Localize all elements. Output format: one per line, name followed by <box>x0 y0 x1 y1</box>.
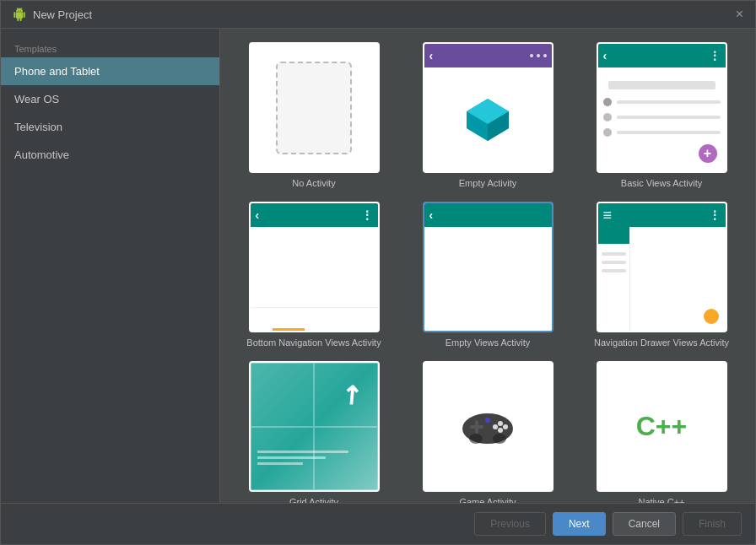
phone-toolbar-empty-activity: ‹ <box>424 44 552 67</box>
template-label-empty-views: Empty Views Activity <box>446 337 531 348</box>
more-icon-basic: ⋮ <box>709 49 721 62</box>
next-button[interactable]: Next <box>553 512 606 536</box>
close-button[interactable]: × <box>736 8 743 21</box>
template-label-game: Game Activity <box>459 497 516 503</box>
phone-toolbar-empty-views: ‹ <box>424 203 552 227</box>
cancel-button[interactable]: Cancel <box>613 512 676 536</box>
template-empty-views[interactable]: ‹ Empty Views Activity <box>408 202 568 348</box>
template-thumb-nav-drawer: ≡ ⋮ <box>597 202 727 332</box>
svg-point-10 <box>503 424 508 429</box>
template-no-activity[interactable]: No Activity <box>234 42 394 188</box>
svg-point-6 <box>485 418 490 423</box>
new-project-dialog: New Project × Templates Phone and Tablet… <box>0 0 756 545</box>
template-label-no-activity: No Activity <box>292 178 335 188</box>
template-label-basic-views: Basic Views Activity <box>621 178 702 188</box>
more-icon-bottom-nav: ⋮ <box>361 208 373 222</box>
svg-point-11 <box>498 428 503 433</box>
grid-mock: ↗ <box>251 363 378 490</box>
list-item-2 <box>603 113 721 121</box>
basic-views-plus-button: + <box>699 144 717 163</box>
template-thumb-no-activity <box>249 42 380 173</box>
list-item-3 <box>603 128 721 137</box>
no-activity-dashed <box>276 62 352 154</box>
template-game[interactable]: Game Activity <box>408 361 568 503</box>
template-thumb-empty-activity: ‹ <box>423 42 554 173</box>
template-thumb-native-cpp: C++ <box>597 361 727 492</box>
empty-views-body <box>424 227 552 331</box>
game-controller-icon <box>458 403 517 450</box>
dialog-title: New Project <box>33 8 92 21</box>
templates-grid: No Activity ‹ <box>234 42 742 503</box>
phone-mock-empty-activity: ‹ <box>424 44 552 171</box>
template-label-nav-drawer: Navigation Drawer Views Activity <box>594 337 729 348</box>
list-item-1 <box>603 98 721 106</box>
list-items-mock <box>598 67 726 143</box>
svg-rect-8 <box>475 420 478 434</box>
template-thumb-grid: ↗ <box>249 361 380 492</box>
phone-toolbar-bottom-nav: ‹ ⋮ <box>251 203 378 227</box>
grid-lines <box>251 363 378 490</box>
android-icon <box>13 8 26 21</box>
sidebar-item-automotive[interactable]: Automotive <box>1 141 219 169</box>
previous-button[interactable]: Previous <box>474 512 546 536</box>
back-icon-empty-views: ‹ <box>429 208 434 222</box>
template-thumb-bottom-nav: ‹ ⋮ <box>249 202 380 332</box>
template-thumb-game <box>423 361 554 492</box>
main-content: Templates Phone and Tablet Wear OS Telev… <box>1 29 755 503</box>
template-label-empty-activity: Empty Activity <box>459 178 516 188</box>
sidebar-item-wear-os[interactable]: Wear OS <box>1 85 219 113</box>
phone-mock-empty-views: ‹ <box>424 203 552 331</box>
cpp-text: C++ <box>636 411 687 442</box>
nav-drawer-fab <box>704 309 719 324</box>
template-bottom-nav[interactable]: ‹ ⋮ Bottom Navigation Views Activity <box>234 202 394 348</box>
template-thumb-empty-views: ‹ <box>423 202 554 332</box>
sidebar: Templates Phone and Tablet Wear OS Telev… <box>1 29 220 503</box>
title-bar-left: New Project <box>13 8 92 21</box>
bottom-nav-bar <box>251 307 378 331</box>
phone-toolbar-basic: ‹ ⋮ <box>598 44 726 67</box>
templates-content: No Activity ‹ <box>220 29 755 503</box>
title-bar: New Project × <box>1 1 755 29</box>
bottom-nav-indicator <box>273 328 305 331</box>
template-label-bottom-nav: Bottom Navigation Views Activity <box>246 337 381 348</box>
toolbar-icons-empty <box>530 54 547 57</box>
more-icon-nav-drawer: ⋮ <box>709 208 721 222</box>
back-icon-basic: ‹ <box>603 49 608 62</box>
template-empty-activity[interactable]: ‹ <box>408 42 568 188</box>
footer: Previous Next Cancel Finish <box>1 503 755 544</box>
phone-toolbar-nav-drawer: ≡ ⋮ <box>598 203 726 227</box>
sidebar-item-phone-tablet[interactable]: Phone and Tablet <box>1 57 219 85</box>
sidebar-item-television[interactable]: Television <box>1 113 219 141</box>
template-label-grid: Grid Activity <box>289 497 338 503</box>
svg-point-13 <box>469 434 483 444</box>
sidebar-section-label: Templates <box>1 35 219 57</box>
nav-drawer-side <box>598 227 630 331</box>
template-label-native-cpp: Native C++ <box>638 497 684 503</box>
template-basic-views[interactable]: ‹ ⋮ <box>581 42 742 188</box>
template-nav-drawer[interactable]: ≡ ⋮ <box>581 202 742 348</box>
cube-icon <box>462 94 513 145</box>
template-thumb-basic-views: ‹ ⋮ <box>597 42 727 173</box>
svg-point-9 <box>498 421 503 426</box>
finish-button[interactable]: Finish <box>683 512 742 536</box>
back-icon-empty: ‹ <box>429 49 434 62</box>
template-grid[interactable]: ↗ Grid Activity <box>234 361 394 503</box>
svg-point-14 <box>493 434 506 444</box>
back-icon-bottom-nav: ‹ <box>256 208 260 222</box>
back-icon-nav-drawer: ≡ <box>603 207 613 224</box>
phone-body-empty <box>424 67 552 171</box>
svg-point-12 <box>493 424 498 429</box>
grid-sub-lines <box>257 451 371 465</box>
grid-cell-1 <box>251 363 315 427</box>
template-native-cpp[interactable]: C++ Native C++ <box>581 361 742 503</box>
